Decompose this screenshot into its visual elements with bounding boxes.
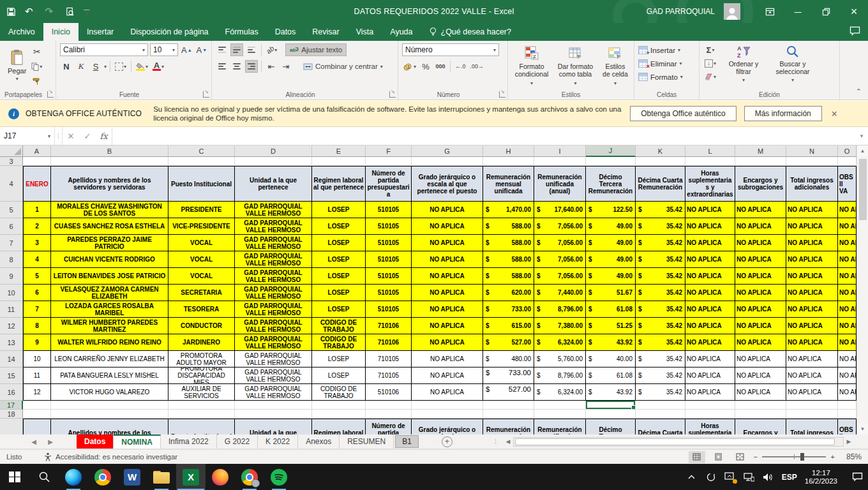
cell-total[interactable]: NO APLICA — [786, 368, 838, 384]
cell-currency[interactable]: $7,440.00 — [534, 285, 586, 301]
cell-currency[interactable]: $35.42 — [636, 268, 685, 285]
header-cell[interactable]: Remuneración mensual unificada — [483, 166, 534, 202]
empty-cell[interactable] — [786, 410, 838, 419]
empty-cell[interactable] — [235, 157, 312, 166]
action-center-icon[interactable] — [851, 471, 863, 483]
row-header-x[interactable] — [0, 419, 23, 434]
cell-encargos[interactable]: NO APLICA — [735, 202, 786, 218]
empty-cell[interactable] — [23, 157, 51, 166]
insert-cells-button[interactable]: +Insertar▾ — [638, 43, 696, 57]
cell-partida[interactable]: 710105 — [366, 368, 412, 384]
column-header-K[interactable]: K — [636, 145, 685, 157]
screen-share-icon[interactable] — [724, 471, 736, 483]
cell-total[interactable]: NO APLICA — [786, 251, 838, 268]
header-cell[interactable]: OBSIlVA — [838, 166, 857, 202]
cell-currency[interactable]: $51.25 — [586, 318, 636, 334]
cell-partida[interactable]: 510105 — [366, 202, 412, 218]
vertical-scroll-thumb[interactable] — [859, 159, 867, 220]
horizontal-scroll-thumb[interactable] — [515, 438, 835, 445]
cell-puesto[interactable]: VOCAL — [168, 235, 235, 251]
cell-currency[interactable]: $35.42 — [636, 334, 685, 351]
cell-currency[interactable]: $49.00 — [586, 268, 636, 285]
row-header-10[interactable]: 10 — [0, 285, 23, 301]
cell-partida[interactable]: 710106 — [366, 334, 412, 351]
tab-split-gripper[interactable]: ⁞ — [495, 438, 497, 445]
cell-horas[interactable]: NO APLICA — [685, 251, 735, 268]
font-color-icon[interactable]: A▾ — [151, 60, 165, 73]
empty-cell[interactable] — [51, 157, 168, 166]
empty-cell[interactable] — [735, 401, 786, 410]
increase-font-icon[interactable]: A▲ — [180, 43, 193, 56]
cell-grado[interactable]: NO APLICA — [412, 384, 483, 401]
cell-obs[interactable]: NO APLICA — [838, 285, 857, 301]
empty-cell[interactable] — [51, 401, 168, 410]
header-cell[interactable]: Horas suplementarias y extraordinarias — [685, 419, 735, 434]
tab-inicio[interactable]: Inicio — [43, 23, 79, 41]
empty-cell[interactable] — [412, 157, 483, 166]
accessibility-status[interactable]: Accesibilidad: es necesario investigar — [43, 452, 177, 461]
insert-function-icon[interactable]: fx — [96, 127, 112, 145]
font-name-select[interactable]: Calibri▾ — [60, 43, 148, 56]
underline-button[interactable]: S — [89, 60, 102, 73]
empty-cell[interactable] — [412, 410, 483, 419]
cell-puesto[interactable]: SECRETARIA — [168, 285, 235, 301]
cell-encargos[interactable]: NO APLICA — [735, 235, 786, 251]
cell-encargos[interactable]: NO APLICA — [735, 318, 786, 334]
header-cell[interactable]: Total ingresos adicionales — [786, 419, 838, 434]
onedrive-sync-icon[interactable] — [705, 471, 717, 483]
column-header-E[interactable]: E — [312, 145, 366, 157]
next-sheet-icon[interactable]: ▶ — [42, 434, 59, 449]
row-header-14[interactable]: 14 — [0, 351, 23, 368]
zoom-out-icon[interactable]: − — [754, 453, 758, 461]
cell-partida[interactable]: 510105 — [366, 285, 412, 301]
account-name[interactable]: GAD PARROQUIAL — [647, 7, 715, 16]
cell-currency[interactable]: $615.00 — [483, 318, 534, 334]
taskbar-firefox-icon[interactable] — [206, 464, 235, 490]
row-header-15[interactable]: 15 — [0, 368, 23, 384]
cell-partida[interactable]: 510105 — [366, 268, 412, 285]
cell-num[interactable]: 11 — [23, 368, 51, 384]
cell-regimen[interactable]: LOSEP — [312, 351, 366, 368]
empty-cell[interactable] — [483, 157, 534, 166]
cell-currency[interactable]: $43.92 — [586, 334, 636, 351]
zoom-level[interactable]: 85% — [840, 452, 862, 461]
cell-name[interactable]: WALTER WILFRIDO REINO REINO — [51, 334, 168, 351]
zoom-in-icon[interactable]: + — [830, 453, 835, 461]
cell-currency[interactable]: $17,640.00 — [534, 202, 586, 218]
sheet-tab-datos[interactable]: Datos — [77, 434, 114, 449]
font-dialog-launcher[interactable] — [203, 91, 209, 98]
header-cell[interactable]: Total ingresos adicionales — [786, 166, 838, 202]
page-break-view-icon[interactable] — [732, 451, 749, 463]
cell-currency[interactable]: $6,324.00 — [534, 384, 586, 401]
header-cell[interactable]: Remuneración unificada (anual) — [534, 166, 586, 202]
cell-grado[interactable]: NO APLICA — [412, 235, 483, 251]
cell-partida[interactable]: 510106 — [366, 384, 412, 401]
normal-view-icon[interactable] — [689, 451, 705, 463]
cell-grado[interactable]: NO APLICA — [412, 351, 483, 368]
collapse-ribbon-icon[interactable]: ⌃ — [856, 87, 862, 96]
cell-horas[interactable]: NO APLICA — [685, 268, 735, 285]
cell-currency[interactable]: $7,056.00 — [534, 268, 586, 285]
cell-name[interactable]: CUICHAN VICENTE RODRIGO — [51, 251, 168, 268]
increase-indent-icon[interactable]: ⇥ — [280, 60, 292, 73]
cell-name[interactable]: MORALES CHAVEZ WASHINGTON DE LOS SANTOS — [51, 202, 168, 218]
row-header-9[interactable]: 9 — [0, 268, 23, 285]
cell-puesto[interactable]: PRESIDENTE — [168, 202, 235, 218]
empty-cell[interactable] — [483, 401, 534, 410]
ribbon-display-options-icon[interactable] — [756, 0, 784, 23]
taskbar-chrome-alt-icon[interactable] — [235, 464, 264, 490]
cell-regimen[interactable]: LOSEP — [312, 301, 366, 318]
cell-regimen[interactable]: CODIGO DE TRABAJO — [312, 334, 366, 351]
sheet-tab-k-2022[interactable]: K 2022 — [258, 434, 298, 449]
empty-cell[interactable] — [685, 401, 735, 410]
cell-currency[interactable]: $527.00 — [483, 384, 534, 401]
empty-cell[interactable] — [636, 410, 685, 419]
empty-cell[interactable] — [168, 401, 235, 410]
cell-encargos[interactable]: NO APLICA — [735, 268, 786, 285]
row-header-6[interactable]: 6 — [0, 218, 23, 235]
cell-puesto[interactable]: TESORERA — [168, 301, 235, 318]
header-cell[interactable]: Apellidos y nombres de los servidores y … — [51, 419, 168, 434]
cell-grado[interactable]: NO APLICA — [412, 202, 483, 218]
empty-cell[interactable] — [685, 410, 735, 419]
empty-cell[interactable] — [23, 410, 51, 419]
